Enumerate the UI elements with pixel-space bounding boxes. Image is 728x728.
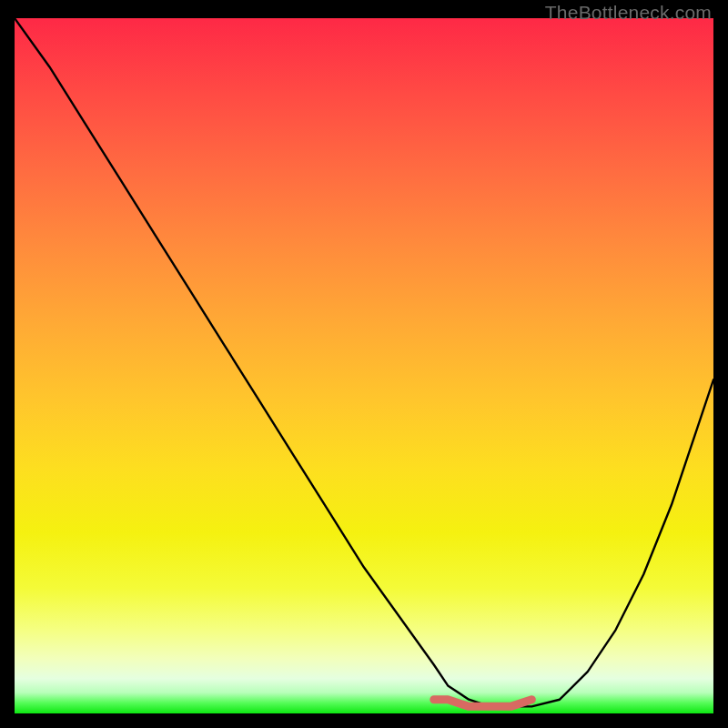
plot-area [15, 18, 713, 713]
bottleneck-optimal-band [434, 700, 532, 707]
chart-svg [15, 18, 713, 713]
watermark-label: TheBottleneck.com [545, 2, 712, 24]
bottleneck-curve [15, 18, 713, 706]
chart-frame: TheBottleneck.com [0, 0, 728, 728]
